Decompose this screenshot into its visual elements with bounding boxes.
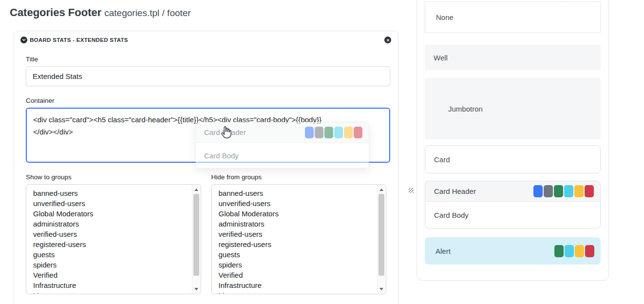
scroll-down-arrow-icon[interactable] xyxy=(192,285,200,293)
template-none-label: None xyxy=(436,13,454,21)
template-well[interactable]: Well xyxy=(425,45,601,70)
scroll-up-arrow-icon[interactable] xyxy=(192,186,200,193)
widget-panel-header[interactable]: BOARD STATS - EXTENDED STATS xyxy=(14,31,398,48)
group-option[interactable]: banned-users xyxy=(26,188,190,198)
show-to-groups-select[interactable]: banned-usersunverified-usersGlobal Moder… xyxy=(26,184,201,294)
color-swatch[interactable] xyxy=(533,185,543,197)
color-swatch[interactable] xyxy=(575,245,584,257)
template-none[interactable]: None xyxy=(425,1,601,33)
scrollbar[interactable] xyxy=(377,185,385,293)
group-option[interactable]: administrators xyxy=(26,219,190,229)
template-alert-label: Alert xyxy=(436,247,451,255)
color-swatch[interactable] xyxy=(565,245,574,257)
page-title: Categories Footer xyxy=(10,6,101,19)
template-card-body-label: Card Body xyxy=(434,211,469,219)
template-card[interactable]: Card xyxy=(425,145,601,173)
color-swatch[interactable] xyxy=(334,127,343,138)
hide-from-groups-label: Hide from groups xyxy=(211,173,387,181)
scrollbar-thumb[interactable] xyxy=(193,194,199,276)
group-option[interactable]: registered-users xyxy=(212,239,376,249)
template-well-label: Well xyxy=(434,54,448,62)
title-input[interactable]: Extended Stats xyxy=(26,66,390,86)
color-swatch[interactable] xyxy=(585,185,594,197)
hand-cursor-icon xyxy=(220,126,232,142)
group-option[interactable]: Global Moderators xyxy=(26,209,190,219)
widgets-admin-page: Categories Footercategories.tpl / footer… xyxy=(0,0,644,304)
color-swatch[interactable] xyxy=(564,185,573,197)
group-option[interactable]: Verified xyxy=(26,270,190,280)
color-swatch[interactable] xyxy=(574,185,584,197)
group-option[interactable]: spiders xyxy=(26,260,190,270)
template-card-body-row[interactable]: Card Body xyxy=(425,202,600,228)
alert-color-swatches xyxy=(554,245,594,257)
template-alert[interactable]: Alert xyxy=(425,237,601,265)
page-header: Categories Footercategories.tpl / footer xyxy=(10,6,191,19)
template-card-header-row[interactable]: Card Header xyxy=(425,181,600,202)
hide-from-groups-select[interactable]: banned-usersunverified-usersGlobal Moder… xyxy=(211,184,387,294)
scrollbar[interactable] xyxy=(192,185,200,293)
title-label: Title xyxy=(26,56,386,63)
group-option[interactable]: Global Moderators xyxy=(212,209,376,219)
container-label: Container xyxy=(26,97,386,104)
scroll-up-arrow-icon[interactable] xyxy=(378,186,385,193)
group-option[interactable]: spiders xyxy=(212,260,376,270)
template-jumbotron-label: Jumbotron xyxy=(448,105,483,113)
color-swatch[interactable] xyxy=(324,127,333,138)
color-swatch[interactable] xyxy=(554,245,564,257)
textarea-resize-grip[interactable] xyxy=(409,188,414,193)
template-card-label: Card xyxy=(434,155,450,164)
template-card-header-label: Card Header xyxy=(434,187,476,195)
scroll-down-arrow-icon[interactable] xyxy=(378,285,385,293)
widget-panel-title: BOARD STATS - EXTENDED STATS xyxy=(30,37,128,43)
group-option[interactable]: guests xyxy=(26,249,190,260)
color-swatch[interactable] xyxy=(585,245,594,257)
scrollbar-thumb[interactable] xyxy=(379,194,384,276)
show-to-groups-label: Show to groups xyxy=(26,173,201,181)
card-header-color-swatches xyxy=(533,185,594,197)
color-swatch[interactable] xyxy=(544,185,553,197)
container-templates-panel: None Well Jumbotron Card Card Header Car… xyxy=(417,0,609,281)
group-option[interactable]: Infrastructure xyxy=(26,280,190,290)
group-option[interactable]: Verified xyxy=(212,270,376,280)
group-option[interactable]: unverified-users xyxy=(26,198,190,209)
group-option[interactable]: Infrastructure xyxy=(212,280,376,290)
group-option[interactable]: banned-users xyxy=(212,188,376,198)
color-swatch[interactable] xyxy=(554,185,563,197)
group-option[interactable]: Linux xyxy=(26,290,190,294)
ghost-color-swatches xyxy=(305,127,362,138)
group-option[interactable]: unverified-users xyxy=(212,198,376,209)
group-option[interactable]: administrators xyxy=(212,219,376,229)
page-subtitle: categories.tpl / footer xyxy=(104,8,190,18)
template-card-header-body[interactable]: Card Header Card Body xyxy=(425,181,601,228)
widget-panel-body: Title Extended Stats Container <div clas… xyxy=(14,48,398,304)
close-icon[interactable] xyxy=(384,37,391,43)
color-swatch[interactable] xyxy=(354,127,362,138)
color-swatch[interactable] xyxy=(315,127,323,138)
color-swatch[interactable] xyxy=(305,127,314,138)
group-option[interactable]: verified-users xyxy=(26,229,190,239)
ghost-card-body: Card Body xyxy=(196,143,369,168)
template-jumbotron[interactable]: Jumbotron xyxy=(425,78,601,139)
group-option[interactable]: registered-users xyxy=(26,239,190,249)
chevron-down-circle-icon[interactable] xyxy=(20,37,27,43)
group-option[interactable]: guests xyxy=(212,249,376,260)
group-option[interactable]: verified-users xyxy=(212,229,376,239)
color-swatch[interactable] xyxy=(344,127,353,138)
group-option[interactable]: Linux xyxy=(212,290,376,294)
